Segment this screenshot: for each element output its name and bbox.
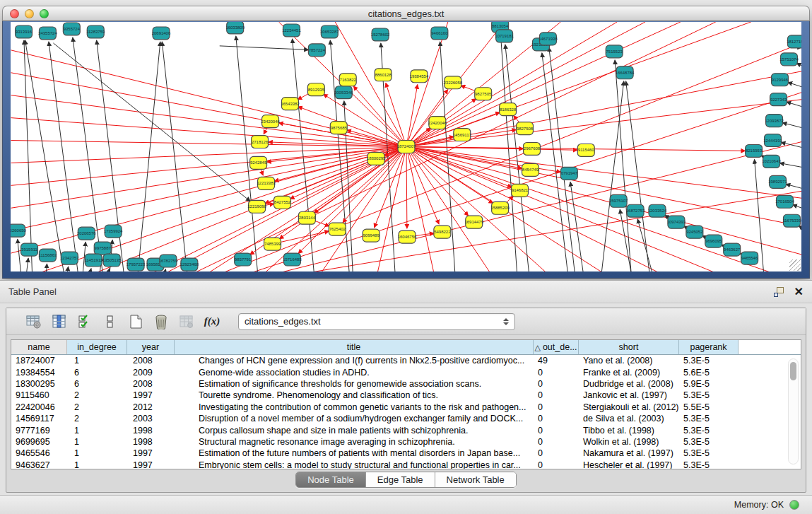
close-window-button[interactable] [10, 9, 19, 18]
network-node[interactable]: 9827508 [517, 122, 534, 135]
network-node[interactable]: 7625402 [329, 223, 346, 235]
network-node[interactable]: 12342757 [60, 252, 79, 264]
show-column-icon[interactable] [50, 313, 69, 331]
column-header-short[interactable]: short [579, 340, 679, 354]
delete-icon[interactable] [152, 313, 170, 331]
network-node[interactable]: 16782759 [159, 255, 178, 267]
network-node[interactable]: 13505135 [102, 254, 122, 267]
network-node[interactable]: 9857791 [235, 253, 252, 266]
network-node[interactable]: 9355724 [63, 23, 80, 35]
close-panel-icon[interactable]: ✕ [794, 287, 804, 297]
network-node[interactable]: 7515523 [606, 45, 623, 58]
network-node[interactable]: 9975887 [94, 242, 111, 255]
network-node[interactable]: 12093872 [765, 115, 784, 127]
column-header-in_degree[interactable]: in_degree [67, 340, 127, 354]
table-mode-icon[interactable] [25, 313, 43, 331]
network-node[interactable]: 6791947 [560, 167, 577, 180]
network-node[interactable]: 16543382 [281, 98, 300, 110]
network-node[interactable]: 2718126 [252, 136, 269, 148]
network-node[interactable]: 8454749 [522, 163, 539, 176]
network-node[interactable]: 12254451 [282, 24, 301, 37]
tab-network-table[interactable]: Network Table [435, 472, 516, 487]
network-node[interactable]: 11283759 [86, 25, 105, 38]
table-scrollbar-thumb[interactable] [790, 362, 796, 380]
network-node[interactable]: 15751074 [779, 53, 799, 66]
network-node[interactable]: 24355724 [38, 27, 57, 40]
network-node[interactable]: 10974393 [667, 216, 686, 228]
network-node[interactable]: 9099489 [363, 229, 379, 242]
network-node[interactable]: 10719181 [495, 30, 514, 42]
column-header-title[interactable]: title [175, 340, 534, 354]
network-node[interactable]: 12923468 [180, 258, 199, 271]
table-row[interactable]: 977716911998Corpus callosum shape and si… [11, 424, 801, 436]
network-node[interactable]: 16033809 [225, 22, 245, 34]
network-node[interactable]: 14569117 [453, 129, 472, 141]
network-node[interactable]: 18127151 [787, 35, 801, 48]
table-row[interactable]: 1456911722003Disruption of a novel membe… [11, 413, 801, 424]
network-node[interactable]: 9129946 [772, 74, 789, 86]
rows-icon[interactable] [101, 313, 119, 331]
network-node[interactable]: 12444191 [763, 134, 782, 147]
network-node[interactable]: 11156863 [39, 249, 57, 262]
network-node[interactable]: 15885209 [490, 201, 510, 214]
function-builder-icon[interactable]: f(x) [203, 313, 221, 331]
network-node[interactable]: 12219090 [247, 200, 266, 213]
tab-node-table[interactable]: Node Table [296, 472, 366, 487]
table-row[interactable]: 1830029562008Estimation of significance … [11, 378, 801, 390]
network-node[interactable]: 2803144 [298, 211, 315, 224]
network-node[interactable]: 7857224 [308, 44, 325, 57]
network-node[interactable]: 19384554 [410, 70, 429, 83]
network-node[interactable]: 9827505 [475, 88, 492, 100]
table-row[interactable]: 946554611997Estimation of the future num… [11, 448, 801, 459]
network-node[interactable]: 23420046 [261, 115, 280, 128]
network-node[interactable]: 17957223 [126, 258, 146, 271]
table-row[interactable]: 969969511998Structural magnetic resonanc… [11, 436, 801, 448]
network-node[interactable]: 17016504 [775, 195, 794, 208]
network-node[interactable]: 11675339 [782, 214, 801, 227]
column-header-year[interactable]: year [127, 340, 175, 354]
network-node[interactable]: 9245052 [686, 226, 703, 238]
network-node[interactable]: 8427552 [274, 196, 291, 209]
network-node[interactable]: 10653287 [320, 25, 339, 38]
network-canvas[interactable]: 9313916243557249355724112837592069140616… [11, 22, 801, 271]
network-node[interactable]: 15975107 [609, 194, 628, 207]
network-node[interactable]: 20053346 [334, 86, 353, 99]
resize-grip[interactable] [789, 259, 801, 271]
table-row[interactable]: 1872400712008Changes of HCN gene express… [11, 355, 801, 366]
network-node[interactable]: 16648784 [616, 66, 635, 79]
network-node[interactable]: 12213383 [257, 177, 276, 189]
window-titlebar[interactable]: citations_edges.txt [2, 6, 810, 21]
network-node[interactable]: 9463627 [724, 243, 741, 256]
network-node[interactable]: 19892971 [768, 175, 787, 188]
network-node[interactable]: 9115460 [577, 144, 594, 157]
network-node[interactable]: 25260650 [11, 224, 27, 237]
new-file-icon[interactable] [126, 313, 145, 331]
network-node[interactable]: 16046756 [398, 230, 417, 243]
zoom-window-button[interactable] [40, 9, 49, 18]
network-node[interactable]: 20691406 [152, 27, 171, 40]
network-node[interactable]: 8912935 [307, 83, 324, 96]
network-node[interactable]: 10210643 [762, 155, 781, 168]
network-node[interactable]: 2967608 [524, 143, 541, 156]
table-row[interactable]: 946362711997Embryonic stem cells: a mode… [11, 460, 801, 469]
network-node[interactable]: 8215953 [746, 145, 763, 158]
network-node[interactable]: 22420046 [428, 117, 447, 129]
memory-status-indicator[interactable] [789, 500, 799, 510]
network-node[interactable]: 15716485 [283, 253, 302, 266]
network-node[interactable]: 12033524 [648, 204, 667, 217]
network-node[interactable]: 15278602 [371, 28, 390, 41]
column-header-name[interactable]: name [11, 340, 67, 354]
select-columns-icon[interactable] [76, 313, 94, 331]
network-node[interactable]: 3915911 [21, 243, 38, 256]
network-node[interactable]: 9696095 [705, 235, 722, 247]
network-node[interactable]: 9313916 [16, 25, 33, 38]
network-node[interactable]: 5498222 [434, 226, 451, 238]
network-node[interactable]: 7485399 [264, 238, 281, 250]
column-header-pagerank[interactable]: pagerank [679, 340, 739, 354]
network-node[interactable]: 9875685 [330, 122, 347, 134]
network-node[interactable]: 16914479 [464, 216, 483, 228]
table-row[interactable]: 911546021997Tourette syndrome. Phenomeno… [11, 390, 801, 401]
table-source-dropdown[interactable]: citations_edges.txt [238, 313, 515, 330]
network-node[interactable]: 9146821 [512, 184, 529, 197]
network-node[interactable]: 9466160 [431, 27, 448, 40]
